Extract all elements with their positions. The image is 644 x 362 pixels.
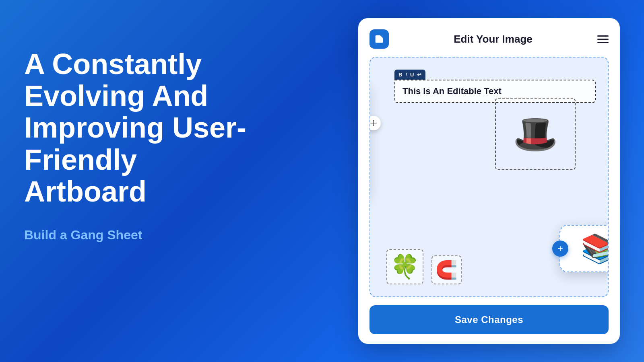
panel-title: Edit Your Image bbox=[454, 33, 533, 45]
add-sticker-button[interactable]: + bbox=[552, 241, 568, 257]
editable-text: This Is An Editable Text bbox=[402, 86, 502, 96]
headline: A Constantly Evolving And Improving User… bbox=[24, 48, 250, 208]
hamburger-menu[interactable] bbox=[597, 35, 609, 43]
horseshoe-emoji: 🧲 bbox=[436, 260, 458, 280]
menu-line-3 bbox=[597, 42, 609, 43]
edit-panel: Edit Your Image bbox=[358, 18, 620, 344]
italic-btn[interactable]: I bbox=[405, 72, 407, 78]
subtitle: Build a Gang Sheet bbox=[24, 228, 250, 243]
link-btn[interactable]: ↩ bbox=[417, 72, 421, 78]
move-icon bbox=[369, 119, 378, 127]
hat-sticker-selected[interactable]: 🎩 bbox=[495, 98, 576, 170]
menu-line-2 bbox=[597, 39, 609, 40]
books-clover-emoji: 📚🍀 bbox=[581, 232, 609, 265]
save-changes-button[interactable]: Save Changes bbox=[369, 305, 609, 334]
hat-emoji: 🎩 bbox=[513, 113, 558, 155]
move-handle[interactable] bbox=[369, 116, 381, 130]
plus-icon: + bbox=[557, 243, 563, 254]
underline-btn[interactable]: U bbox=[410, 72, 414, 78]
toolbar-card: Colors T T Text bbox=[369, 82, 370, 199]
floating-sticker-card: + 📚🍀 bbox=[559, 225, 609, 272]
clover-emoji-1: 🍀 bbox=[390, 253, 419, 280]
clover-box-1: 🍀 bbox=[386, 249, 423, 284]
panel-header: Edit Your Image bbox=[369, 29, 609, 49]
logo-icon bbox=[374, 33, 385, 45]
bold-btn[interactable]: B bbox=[398, 72, 402, 78]
clover-sticker-1[interactable]: 🍀 bbox=[386, 249, 423, 284]
text-format-toolbar: B I U ↩ bbox=[394, 70, 425, 80]
horseshoe-sticker[interactable]: 🧲 bbox=[431, 255, 462, 284]
app-logo[interactable] bbox=[369, 29, 389, 49]
canvas-area: Colors T T Text bbox=[369, 57, 609, 297]
menu-line-1 bbox=[597, 35, 609, 37]
left-content: A Constantly Evolving And Improving User… bbox=[24, 48, 250, 243]
floating-card-content: 📚🍀 bbox=[567, 232, 609, 265]
horseshoe-box: 🧲 bbox=[431, 255, 462, 284]
